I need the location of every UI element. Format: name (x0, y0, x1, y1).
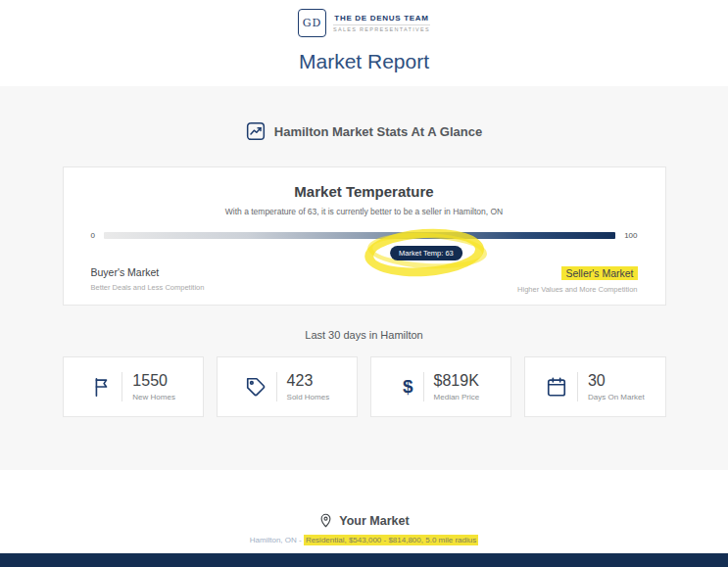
team-text: THE DE DENUS TEAM SALES REPRESENTATIVES (333, 14, 430, 33)
your-market-title: Your Market (339, 514, 409, 528)
stats-section: Hamilton Market Stats At A Glance Market… (0, 86, 728, 470)
team-logo: GD THE DE DENUS TEAM SALES REPRESENTATIV… (298, 9, 430, 37)
stat-label: Days On Market (588, 393, 645, 402)
stat-text: 423 Sold Homes (287, 372, 330, 402)
temperature-title: Market Temperature (91, 183, 638, 200)
stat-text: 1550 New Homes (132, 372, 175, 402)
stat-card-sold-homes: 423 Sold Homes (217, 356, 358, 417)
period-label: Last 30 days in Hamilton (0, 329, 728, 341)
team-subtitle: SALES REPRESENTATIVES (333, 24, 430, 33)
divider (121, 372, 122, 402)
stat-value: 1550 (132, 372, 175, 390)
temperature-gauge: 0 Market Temp: 63 100 (91, 231, 638, 240)
footer-bar (0, 553, 728, 567)
dollar-icon: $ (403, 376, 413, 398)
stat-text: $819K Median Price (434, 372, 480, 402)
calendar-icon (546, 376, 567, 398)
stat-label: New Homes (132, 393, 175, 402)
chart-icon (246, 121, 266, 141)
market-type-labels: Buyer's Market Better Deals and Less Com… (91, 266, 638, 294)
stat-card-median-price: $ $819K Median Price (370, 356, 511, 417)
your-market-criteria: Hamilton, ON - Residential, $543,000 - $… (0, 536, 728, 544)
your-market-header: Your Market (0, 513, 728, 528)
scale-min-label: 0 (91, 231, 95, 240)
stat-label: Median Price (434, 393, 480, 402)
stat-value: $819K (434, 372, 480, 390)
stat-cards-row: 1550 New Homes 423 Sold Homes $ (63, 356, 666, 417)
page-title: Market Report (299, 50, 429, 73)
stat-card-new-homes: 1550 New Homes (63, 356, 204, 417)
temperature-track: Market Temp: 63 (104, 232, 615, 239)
your-market-section: Your Market Hamilton, ON - Residential, … (0, 470, 728, 544)
location-pin-icon (318, 513, 333, 528)
stat-text: 30 Days On Market (588, 372, 645, 402)
temp-marker: Market Temp: 63 (390, 242, 462, 260)
new-homes-icon (90, 376, 112, 398)
logo-monogram: GD (298, 9, 326, 37)
criteria-highlighted: Residential, $543,000 - $814,800, 5.0 mi… (304, 535, 478, 545)
stat-label: Sold Homes (287, 393, 330, 402)
team-name: THE DE DENUS TEAM (334, 14, 428, 23)
scale-max-label: 100 (624, 231, 637, 240)
buyers-market-label: Buyer's Market (91, 266, 205, 278)
stats-section-header: Hamilton Market Stats At A Glance (0, 121, 728, 141)
sellers-market-column: Seller's Market Higher Values and More C… (517, 266, 637, 294)
divider (577, 372, 578, 402)
divider (423, 372, 424, 402)
page-header: GD THE DE DENUS TEAM SALES REPRESENTATIV… (0, 0, 728, 86)
sellers-market-sublabel: Higher Values and More Competition (517, 285, 637, 294)
location-prefix: Hamilton, ON - (250, 536, 304, 544)
sold-homes-icon (245, 376, 267, 398)
sellers-market-label: Seller's Market (561, 266, 637, 280)
temperature-subtitle: With a temperature of 63, it is currentl… (91, 207, 638, 216)
market-temperature-card: Market Temperature With a temperature of… (63, 166, 666, 306)
divider (276, 372, 277, 402)
stats-section-title: Hamilton Market Stats At A Glance (274, 124, 482, 139)
temperature-tooltip: Market Temp: 63 (390, 246, 462, 260)
stat-value: 423 (287, 372, 330, 390)
buyers-market-column: Buyer's Market Better Deals and Less Com… (91, 266, 205, 294)
stat-value: 30 (588, 372, 645, 390)
buyers-market-sublabel: Better Deals and Less Competition (91, 283, 205, 292)
stat-card-days-on-market: 30 Days On Market (524, 356, 665, 417)
